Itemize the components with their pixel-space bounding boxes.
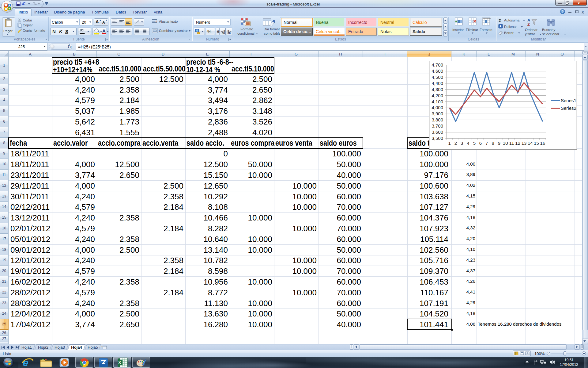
svg-text:16: 16 (540, 140, 545, 146)
svg-text:Series2: Series2 (561, 105, 576, 111)
svg-text:4,100: 4,100 (432, 99, 443, 104)
svg-text:4,200: 4,200 (432, 93, 443, 98)
svg-text:3,700: 3,700 (432, 123, 443, 128)
svg-text:4: 4 (467, 140, 469, 146)
svg-text:7: 7 (485, 140, 488, 146)
svg-text:e: e (23, 357, 28, 368)
svg-text:13: 13 (522, 140, 527, 146)
svg-text:15: 15 (534, 140, 539, 146)
svg-text:3,800: 3,800 (432, 117, 443, 122)
svg-text:4,700: 4,700 (432, 62, 443, 67)
svg-text:3,500: 3,500 (432, 136, 443, 141)
svg-text:Series1: Series1 (561, 98, 576, 103)
svg-text:4,500: 4,500 (432, 75, 443, 80)
svg-text:10: 10 (503, 140, 508, 146)
svg-text:4,600: 4,600 (432, 68, 443, 74)
svg-text:9: 9 (498, 140, 500, 146)
svg-text:3: 3 (461, 140, 463, 146)
svg-text:12: 12 (515, 140, 520, 146)
svg-text:8: 8 (492, 140, 494, 146)
svg-text:1: 1 (448, 140, 450, 146)
svg-text:4,000: 4,000 (432, 105, 443, 110)
svg-text:6: 6 (479, 140, 482, 146)
svg-text:11: 11 (509, 140, 514, 146)
svg-text:X: X (118, 360, 121, 365)
svg-text:5: 5 (473, 140, 476, 146)
svg-text:A: A (527, 18, 530, 22)
svg-text:3,900: 3,900 (432, 111, 443, 116)
svg-text:4,400: 4,400 (432, 81, 443, 86)
svg-text:4,300: 4,300 (432, 87, 443, 92)
svg-text:2: 2 (454, 140, 457, 146)
svg-text:Z: Z (527, 22, 530, 27)
svg-text:14: 14 (528, 140, 533, 146)
svg-text:3,600: 3,600 (432, 129, 443, 135)
